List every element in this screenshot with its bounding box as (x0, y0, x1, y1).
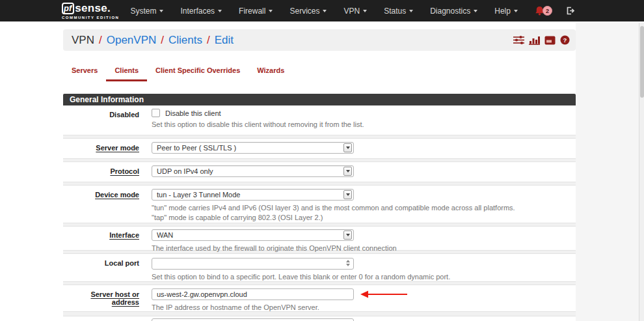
disable-client-checkbox[interactable] (152, 109, 160, 117)
form-row-interface: Interface WAN The interface used by the … (63, 227, 576, 250)
field-help: The IP address or hostname of the OpenVP… (152, 303, 576, 313)
menu-interfaces[interactable]: Interfaces (172, 0, 230, 21)
console-icon[interactable] (544, 36, 556, 45)
field-help: Set this option to bind to a specific po… (152, 272, 576, 282)
form-row-server-host: Server host or address The IP address or… (63, 285, 576, 311)
scrollbar-thumb[interactable] (640, 26, 644, 98)
annotation-arrow-icon (359, 290, 410, 299)
notification-badge[interactable]: 2 (543, 6, 552, 16)
select-arrow-icon (343, 143, 352, 152)
form-row-device-mode: Device mode tun - Layer 3 Tunnel Mode "t… (63, 186, 576, 223)
field-help: The interface used by the firewall to or… (152, 244, 576, 253)
pf-logo-box: pf (62, 3, 74, 14)
form-row-partial (63, 316, 576, 321)
field-label: Local port (105, 259, 139, 267)
menu-services[interactable]: Services (281, 0, 335, 21)
local-port-input[interactable] (152, 258, 354, 270)
tab-clients[interactable]: Clients (106, 66, 147, 81)
field-label: Interface (109, 231, 139, 239)
menu-vpn[interactable]: VPN (335, 0, 375, 21)
field-label: Server mode (96, 144, 139, 152)
breadcrumb-link-edit[interactable]: Edit (215, 34, 234, 47)
chevron-down-icon (323, 10, 327, 12)
form-row-protocol: Protocol UDP on IPv4 only (63, 162, 576, 182)
field-help: Set this option to disable this client w… (152, 120, 576, 130)
breadcrumb: VPN / OpenVPN / Clients / Edit (72, 34, 234, 47)
chevron-down-icon (218, 10, 222, 12)
tab-servers[interactable]: Servers (63, 66, 106, 81)
menu-firewall[interactable]: Firewall (230, 0, 281, 21)
general-information-panel: General Information Disabled Disable thi… (63, 94, 576, 321)
number-stepper-icon[interactable] (346, 260, 350, 266)
tab-bar: Servers Clients Client Specific Override… (63, 66, 293, 81)
pfsense-logo[interactable]: pfsense. COMMUNITY EDITION (62, 3, 119, 20)
interface-select[interactable]: WAN (152, 229, 354, 241)
menu-help[interactable]: Help (486, 0, 526, 21)
protocol-select[interactable]: UDP on IPv4 only (152, 165, 354, 177)
breadcrumb-root: VPN (72, 34, 94, 47)
page-header: VPN / OpenVPN / Clients / Edit (63, 29, 576, 51)
field-label: Disabled (63, 109, 139, 135)
checkbox-label: Disable this client (165, 109, 221, 117)
device-mode-select[interactable]: tun - Layer 3 Tunnel Mode (152, 189, 354, 201)
panel-title: General Information (63, 94, 576, 105)
community-edition-label: COMMUNITY EDITION (62, 16, 119, 20)
tab-wizards[interactable]: Wizards (248, 66, 293, 81)
form-row-server-mode: Server mode Peer to Peer ( SSL/TLS ) (63, 139, 576, 158)
select-arrow-icon (343, 190, 352, 199)
breadcrumb-link-clients[interactable]: Clients (168, 34, 202, 47)
server-host-input[interactable] (152, 288, 354, 300)
chevron-down-icon (514, 10, 518, 12)
bar-chart-icon[interactable] (529, 35, 540, 45)
field-label: Device mode (95, 191, 139, 199)
server-mode-select[interactable]: Peer to Peer ( SSL/TLS ) (152, 142, 354, 154)
menu-system[interactable]: System (122, 0, 172, 21)
field-help: "tap" mode is capable of carrying 802.3 … (152, 213, 576, 223)
sign-out-icon[interactable] (565, 6, 575, 16)
chevron-down-icon (474, 10, 477, 12)
scrollbar[interactable] (639, 23, 644, 321)
chevron-down-icon (363, 10, 367, 12)
menu-status[interactable]: Status (375, 0, 422, 21)
form-row-disabled: Disabled Disable this client Set this op… (63, 105, 576, 135)
chevron-down-icon (159, 10, 163, 12)
field-label: Protocol (110, 167, 139, 175)
field-help: "tun" mode carries IPv4 and IPv6 (OSI la… (152, 203, 576, 213)
main-menu: System Interfaces Firewall Services VPN … (122, 0, 526, 21)
chevron-down-icon (409, 10, 413, 12)
breadcrumb-link-openvpn[interactable]: OpenVPN (107, 34, 157, 47)
chevron-down-icon (269, 10, 273, 12)
next-field-partial-input[interactable] (152, 318, 354, 321)
top-navbar: pfsense. COMMUNITY EDITION System Interf… (0, 0, 644, 21)
page-right-gutter (576, 23, 644, 321)
help-icon[interactable]: ? (560, 35, 570, 45)
sliders-icon[interactable] (513, 35, 524, 45)
tab-client-specific-overrides[interactable]: Client Specific Overrides (147, 66, 248, 81)
menu-diagnostics[interactable]: Diagnostics (422, 0, 486, 21)
form-row-local-port: Local port Set this option to bind to a … (63, 254, 576, 281)
select-arrow-icon (343, 167, 352, 176)
field-label: Server host or address (90, 290, 139, 306)
svg-text:?: ? (563, 36, 567, 44)
select-arrow-icon (343, 230, 352, 240)
